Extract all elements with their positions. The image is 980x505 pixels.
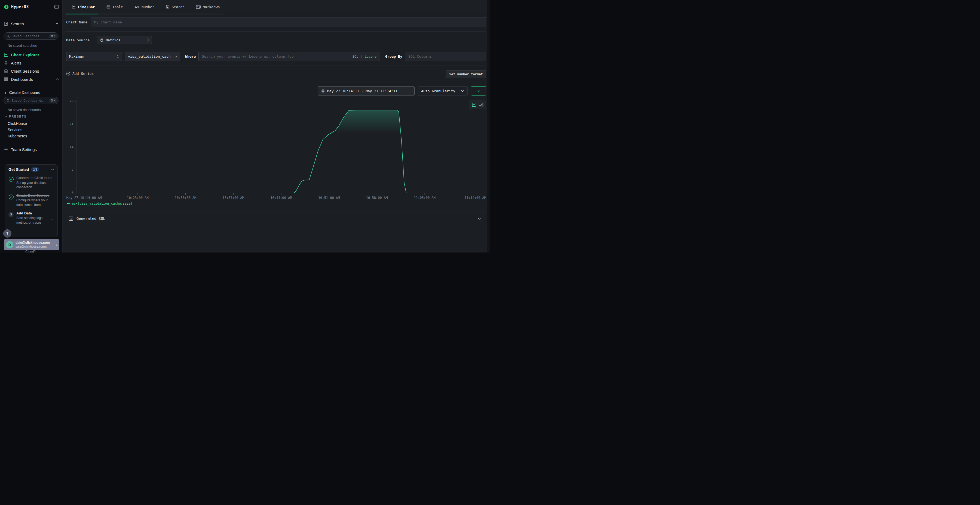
step-title: Connect to ClickHouse: [16, 176, 54, 180]
sidebar-item-label: Client Sessions: [11, 69, 39, 73]
add-series-label: Add Series: [72, 71, 94, 76]
no-saved-searches-text: No saved searches: [8, 44, 37, 48]
generated-sql-toggle[interactable]: Generated SQL: [63, 211, 490, 226]
get-started-step-add-data[interactable]: 3Add DataStart sending logs, metrics, or…: [8, 211, 54, 225]
main-content: Line/BarTable123NumberSearchMarkdown Cha…: [63, 0, 490, 252]
x-tick-label: 11:05:00 AM: [414, 196, 435, 200]
where-label: Where: [185, 54, 196, 59]
line-chart-toggle-icon[interactable]: [472, 103, 476, 107]
add-series-button[interactable]: Add Series: [66, 71, 94, 76]
sidebar-divider: [0, 29, 63, 29]
tab-label: Markdown: [203, 5, 220, 9]
x-tick-label: 10:37:00 AM: [223, 196, 244, 200]
data-source-label: Data Source: [66, 38, 89, 42]
scrollbar-track[interactable]: [487, 0, 490, 252]
tab-line-bar[interactable]: Line/Bar: [72, 5, 95, 9]
chart-legend[interactable]: max(visa_validation_cache.size): [67, 202, 132, 205]
create-dashboard-button[interactable]: + Create Dashboard: [0, 89, 63, 96]
sidebar-item-label: Dashboards: [11, 77, 33, 82]
date-range-picker[interactable]: May 27 10:14:11 - May 27 11:14:11: [318, 86, 415, 95]
number-123-icon: 123: [134, 5, 139, 8]
x-tick-label: 10:58:00 AM: [366, 196, 388, 200]
aggregation-select[interactable]: Maximum: [66, 52, 122, 61]
aggregation-value: Maximum: [69, 54, 84, 59]
sidebar-item-chart-explorer[interactable]: Chart Explorer: [0, 51, 63, 59]
y-tick-label: 7: [72, 168, 73, 172]
tab-number[interactable]: 123Number: [134, 5, 154, 9]
bar-chart-toggle-icon[interactable]: [479, 103, 484, 106]
get-started-step-connect-to-clickhouse[interactable]: Connect to ClickHouseSet up your databas…: [8, 176, 54, 189]
sidebar-item-team-settings[interactable]: Team Settings: [0, 145, 63, 154]
line-chart[interactable]: 07142128May 27 10:14:00 AM10:23:00 AM10:…: [66, 97, 486, 201]
sidebar-section-search[interactable]: Search: [0, 20, 63, 28]
legend-label: max(visa_validation_cache.size): [72, 202, 132, 205]
chevron-right-icon: ›: [56, 243, 57, 247]
set-number-format-button[interactable]: Set number format: [446, 70, 486, 78]
sidebar-collapse-icon[interactable]: [54, 5, 59, 9]
group-by-input[interactable]: SQL Columns: [405, 52, 486, 61]
event-search-input[interactable]: Search your events w/ Lucene ex. column:…: [199, 52, 380, 61]
run-query-button[interactable]: [471, 86, 486, 95]
table-icon: [107, 5, 110, 9]
y-tick-label: 14: [70, 145, 73, 149]
preset-kubernetes[interactable]: Kubernetes: [8, 134, 27, 138]
x-tick-label: 10:51:00 AM: [318, 196, 340, 200]
x-tick-label: 10:30:00 AM: [175, 196, 196, 200]
step-title: Create Data Sources: [16, 193, 54, 198]
lucene-toggle[interactable]: Lucene: [365, 55, 377, 59]
create-dashboard-label: Create Dashboard: [9, 91, 40, 95]
x-tick-label: 10:44:00 AM: [270, 196, 292, 200]
x-tick-label: 11:14:00 AM: [465, 196, 486, 200]
progress-badge: 2/3: [31, 167, 39, 172]
toggle-separator: |: [360, 55, 362, 59]
presets-label: PRESETS: [9, 115, 26, 118]
preset-services[interactable]: Services: [8, 128, 22, 132]
sidebar-item-dashboards[interactable]: Dashboards: [0, 75, 63, 83]
saved-dashboards-input[interactable]: Saved Dashboards ⌘K: [3, 97, 59, 104]
presets-header[interactable]: PRESETS: [4, 115, 26, 118]
user-menu[interactable]: D dale@clickhouse.com dale@clickhouse.co…: [4, 239, 59, 250]
chart-name-label: Chart Name: [66, 20, 88, 24]
granularity-select[interactable]: Auto Granularity: [418, 86, 468, 95]
metric-tag[interactable]: visa_validation_cach ✕: [125, 52, 180, 61]
chevron-up-icon[interactable]: [51, 168, 54, 171]
sidebar-section-label: Search: [11, 22, 24, 26]
sidebar-item-alerts[interactable]: Alerts: [0, 59, 63, 67]
get-started-step-create-data-sources[interactable]: Create Data SourcesConfigure where your …: [8, 193, 54, 207]
logo-row: HyperDX: [0, 3, 63, 11]
team-settings-label: Team Settings: [11, 147, 37, 152]
preset-clickhouse[interactable]: ClickHouse: [8, 121, 27, 126]
search-icon: [6, 35, 10, 38]
sidebar-item-client-sessions[interactable]: Client Sessions: [0, 67, 63, 75]
tab-search[interactable]: Search: [166, 5, 185, 9]
journal-icon: [4, 22, 8, 26]
generated-sql-label: Generated SQL: [76, 216, 105, 221]
data-source-value: Metrics: [106, 38, 121, 42]
hyperdx-logo-icon: [4, 4, 9, 10]
play-icon: [477, 89, 480, 92]
saved-searches-placeholder: Saved Searches: [12, 34, 48, 38]
tab-markdown[interactable]: Markdown: [196, 5, 220, 9]
step-number-badge: 3: [8, 211, 14, 225]
get-started-card: Get Started 2/3 Connect to ClickHouseSet…: [5, 164, 58, 237]
chevron-up-icon[interactable]: [56, 78, 59, 80]
shortcut-badge: ⌘K: [49, 34, 57, 38]
sidebar-divider: [0, 86, 63, 86]
legend-line-swatch: [67, 203, 70, 204]
step-subtitle: Set up your database connection: [16, 181, 54, 189]
saved-searches-input[interactable]: Saved Searches ⌘K: [3, 32, 59, 40]
query-language-toggle: SQL | Lucene: [353, 55, 377, 59]
tab-table[interactable]: Table: [107, 5, 123, 9]
chevron-down-icon: [4, 116, 7, 118]
avatar: D: [6, 241, 13, 248]
laptop-icon: [4, 69, 8, 73]
date-range-value: May 27 10:14:11 - May 27 11:14:11: [327, 89, 398, 93]
help-button[interactable]: ?: [3, 229, 11, 238]
data-source-select[interactable]: Metrics: [97, 36, 152, 44]
chart-name-input[interactable]: My Chart Name: [91, 17, 486, 27]
sql-toggle[interactable]: SQL: [353, 55, 358, 59]
row-divider: [65, 49, 486, 49]
close-icon[interactable]: ✕: [175, 55, 177, 59]
chevron-up-icon[interactable]: [56, 22, 59, 25]
chart-display-toggle: [469, 100, 486, 110]
